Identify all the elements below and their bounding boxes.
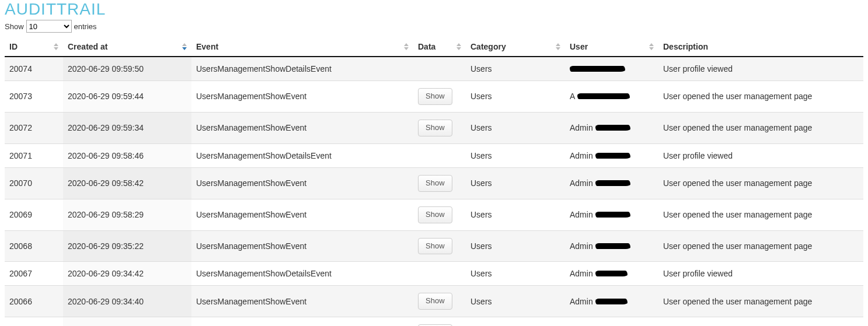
cell-event: UsersManagementShowDetailsEvent (191, 57, 413, 81)
cell-event: UsersManagementShowEvent (191, 81, 413, 113)
user-prefix: Admin (570, 269, 593, 278)
sort-icon (456, 43, 461, 50)
table-row: 200652020-06-29 09:34:34UsersManagementS… (5, 317, 863, 326)
page-title: AUDITTRAIL (5, 0, 863, 19)
user-prefix: Admin (570, 151, 593, 160)
cell-id: 20068 (5, 230, 63, 262)
cell-user: Admin (565, 143, 658, 167)
table-row: 200712020-06-29 09:58:46UsersManagementS… (5, 143, 863, 167)
col-header-description: Description (658, 37, 863, 57)
cell-event: UsersManagementShowEvent (191, 199, 413, 230)
redacted-user (595, 243, 630, 249)
audit-table: ID Created at Event Data Category (5, 37, 863, 326)
col-header-created-at-label: Created at (68, 42, 107, 51)
cell-description: User opened the user management page (658, 112, 863, 143)
cell-data (413, 262, 466, 286)
cell-created-at: 2020-06-29 09:59:34 (63, 112, 191, 143)
sort-icon (54, 43, 58, 50)
redacted-user (570, 66, 625, 72)
show-label: Show (5, 22, 24, 31)
cell-user: Admin (565, 286, 658, 317)
table-row: 200722020-06-29 09:59:34UsersManagementS… (5, 112, 863, 143)
cell-data: Show (413, 167, 466, 199)
col-header-user[interactable]: User (565, 37, 658, 57)
table-row: 200702020-06-29 09:58:42UsersManagementS… (5, 167, 863, 199)
user-prefix: A (570, 92, 575, 101)
col-header-created-at[interactable]: Created at (63, 37, 191, 57)
col-header-category[interactable]: Category (466, 37, 565, 57)
cell-id: 20069 (5, 199, 63, 230)
show-button[interactable]: Show (418, 238, 452, 255)
entries-select[interactable]: 102550100 (26, 20, 72, 33)
col-header-user-label: User (570, 42, 588, 51)
col-header-description-label: Description (663, 42, 708, 51)
user-prefix: Admin (570, 178, 593, 188)
cell-user (565, 57, 658, 81)
col-header-id[interactable]: ID (5, 37, 63, 57)
redacted-user (595, 180, 630, 186)
show-button[interactable]: Show (418, 120, 452, 136)
show-button[interactable]: Show (418, 175, 452, 192)
col-header-id-label: ID (9, 42, 18, 51)
cell-created-at: 2020-06-29 09:59:44 (63, 81, 191, 113)
cell-data: Show (413, 199, 466, 230)
cell-user: Admin (565, 112, 658, 143)
cell-description: User opened the user management page (658, 199, 863, 230)
cell-created-at: 2020-06-29 09:34:42 (63, 262, 191, 286)
cell-id: 20065 (5, 317, 63, 326)
cell-description: User opened the user management page (658, 317, 863, 326)
table-row: 200732020-06-29 09:59:44UsersManagementS… (5, 81, 863, 113)
cell-id: 20072 (5, 112, 63, 143)
cell-category: Users (466, 57, 565, 81)
col-header-category-label: Category (470, 42, 506, 51)
cell-event: UsersManagementShowDetailsEvent (191, 262, 413, 286)
cell-id: 20070 (5, 167, 63, 199)
cell-description: User opened the user management page (658, 286, 863, 317)
cell-description: User profile viewed (658, 57, 863, 81)
show-button[interactable]: Show (418, 88, 452, 105)
cell-category: Users (466, 230, 565, 262)
col-header-event[interactable]: Event (191, 37, 413, 57)
cell-description: User opened the user management page (658, 167, 863, 199)
show-button[interactable]: Show (418, 206, 452, 223)
table-length-control: Show 102550100 entries (5, 20, 863, 33)
cell-data: Show (413, 286, 466, 317)
cell-data: Show (413, 112, 466, 143)
cell-category: Users (466, 167, 565, 199)
cell-data (413, 57, 466, 81)
cell-category: Users (466, 199, 565, 230)
cell-created-at: 2020-06-29 09:58:42 (63, 167, 191, 199)
show-button[interactable]: Show (418, 293, 452, 310)
table-row: 200672020-06-29 09:34:42UsersManagementS… (5, 262, 863, 286)
cell-event: UsersManagementShowDetailsEvent (191, 143, 413, 167)
cell-created-at: 2020-06-29 09:35:22 (63, 230, 191, 262)
cell-category: Users (466, 317, 565, 326)
col-header-data[interactable]: Data (413, 37, 466, 57)
cell-category: Users (466, 112, 565, 143)
user-prefix: Admin (570, 297, 593, 306)
cell-created-at: 2020-06-29 09:58:29 (63, 199, 191, 230)
table-row: 200692020-06-29 09:58:29UsersManagementS… (5, 199, 863, 230)
cell-created-at: 2020-06-29 09:34:34 (63, 317, 191, 326)
cell-category: Users (466, 143, 565, 167)
sort-icon (556, 43, 560, 50)
cell-category: Users (466, 286, 565, 317)
cell-data (413, 143, 466, 167)
col-header-data-label: Data (418, 42, 435, 51)
cell-user: Admin (565, 167, 658, 199)
redacted-user (595, 125, 630, 131)
sort-icon-active-desc (182, 43, 187, 50)
cell-user: Admin (565, 230, 658, 262)
cell-id: 20067 (5, 262, 63, 286)
cell-category: Users (466, 81, 565, 113)
cell-user: Admin (565, 199, 658, 230)
cell-data: Show (413, 230, 466, 262)
cell-id: 20074 (5, 57, 63, 81)
cell-created-at: 2020-06-29 09:59:50 (63, 57, 191, 81)
user-prefix: Admin (570, 241, 593, 251)
col-header-event-label: Event (196, 42, 218, 51)
entries-label: entries (74, 22, 97, 31)
cell-id: 20071 (5, 143, 63, 167)
cell-event: UsersManagementShowEvent (191, 167, 413, 199)
cell-created-at: 2020-06-29 09:58:46 (63, 143, 191, 167)
